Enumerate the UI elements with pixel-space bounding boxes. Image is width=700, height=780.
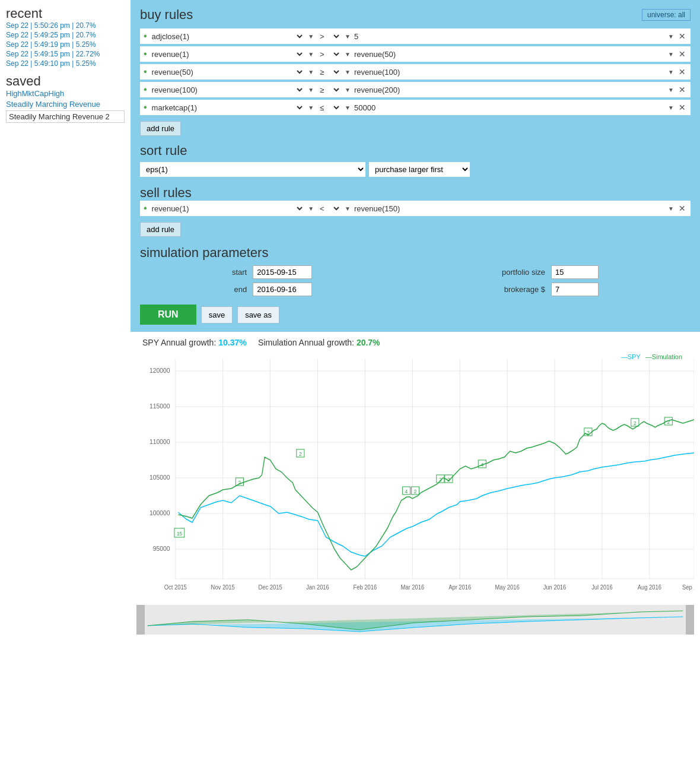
recent-item[interactable]: Sep 22 | 5:49:15 pm | 22.72% bbox=[6, 50, 125, 58]
rule-field-select[interactable]: revenue(1) bbox=[149, 49, 305, 59]
recent-item[interactable]: Sep 22 | 5:49:10 pm | 5.25% bbox=[6, 59, 125, 68]
rule-value-input[interactable] bbox=[354, 68, 664, 77]
scroll-left[interactable] bbox=[136, 605, 145, 635]
right-panel: buy rules universe: all • adjclose(1) ▼ … bbox=[131, 0, 700, 641]
start-input[interactable] bbox=[253, 265, 312, 279]
rule-dot: • bbox=[144, 203, 147, 214]
rule-field-select[interactable]: adjclose(1) bbox=[149, 31, 305, 42]
recent-item[interactable]: Sep 22 | 5:49:19 pm | 5.25% bbox=[6, 40, 125, 49]
brokerage-input[interactable] bbox=[551, 283, 599, 296]
rule-remove-button[interactable]: ✕ bbox=[677, 31, 687, 41]
recent-title: recent bbox=[6, 6, 125, 21]
chart-wrapper: —SPY —Simulation bbox=[136, 353, 694, 635]
rule-dot: • bbox=[144, 66, 147, 77]
buy-rules-title: buy rules bbox=[140, 7, 193, 23]
rule-op-dropdown[interactable]: ▼ bbox=[343, 69, 352, 75]
buy-rule-row: • marketcap(1) ▼ ≤ ▼ ▼ ✕ bbox=[140, 100, 691, 115]
rule-value-input[interactable] bbox=[354, 103, 664, 112]
scroll-right[interactable] bbox=[686, 605, 694, 635]
rule-dot: • bbox=[144, 102, 147, 113]
svg-text:Aug 2016: Aug 2016 bbox=[638, 584, 661, 591]
sim-grid: start portfolio size end brokerage $ bbox=[140, 265, 691, 296]
rule-remove-button[interactable]: ✕ bbox=[677, 67, 687, 77]
buy-rules-header: buy rules universe: all bbox=[140, 7, 691, 23]
rule-value-input[interactable] bbox=[354, 204, 664, 213]
mini-chart[interactable] bbox=[136, 605, 694, 635]
rule-field-dropdown[interactable]: ▼ bbox=[307, 33, 315, 40]
rule-remove-button[interactable]: ✕ bbox=[677, 204, 687, 213]
svg-text:Jul 2016: Jul 2016 bbox=[591, 584, 612, 591]
buy-rule-row: • revenue(50) ▼ ≥ ▼ ▼ ✕ bbox=[140, 64, 691, 80]
rule-value-dropdown[interactable]: ▼ bbox=[667, 87, 675, 93]
rule-field-dropdown[interactable]: ▼ bbox=[307, 69, 315, 75]
rule-value-dropdown[interactable]: ▼ bbox=[667, 69, 675, 75]
sell-section: sell rules • revenue(1) ▼ < ▼ ▼ ✕ add ru… bbox=[140, 185, 691, 237]
sell-add-rule-button[interactable]: add rule bbox=[140, 222, 181, 237]
rule-value-dropdown[interactable]: ▼ bbox=[667, 104, 675, 111]
saved-item[interactable]: Steadily Marching Revenue 2 bbox=[6, 110, 125, 123]
saved-item[interactable]: HighMktCapHigh bbox=[6, 89, 125, 98]
sim-growth-value: 20.7% bbox=[357, 338, 380, 347]
sim-section: simulation parameters start portfolio si… bbox=[140, 245, 691, 296]
chart-area: 120000 115000 110000 105000 100000 95000… bbox=[136, 353, 694, 603]
rule-value-dropdown[interactable]: ▼ bbox=[667, 51, 675, 58]
rule-field-dropdown[interactable]: ▼ bbox=[307, 205, 315, 212]
recent-items: Sep 22 | 5:50:26 pm | 20.7%Sep 22 | 5:49… bbox=[6, 21, 125, 68]
rule-field-select[interactable]: marketcap(1) bbox=[149, 103, 305, 113]
rule-op-select[interactable]: ≥ bbox=[317, 85, 341, 95]
end-input[interactable] bbox=[253, 283, 312, 296]
rule-value-dropdown[interactable]: ▼ bbox=[667, 205, 675, 212]
chart-svg: 120000 115000 110000 105000 100000 95000… bbox=[136, 353, 694, 603]
rule-field-dropdown[interactable]: ▼ bbox=[307, 104, 315, 111]
svg-text:Jun 2016: Jun 2016 bbox=[543, 584, 567, 591]
rule-op-select[interactable]: > bbox=[317, 49, 341, 59]
rule-field-dropdown[interactable]: ▼ bbox=[307, 87, 315, 93]
recent-item[interactable]: Sep 22 | 5:50:26 pm | 20.7% bbox=[6, 21, 125, 30]
rule-remove-button[interactable]: ✕ bbox=[677, 103, 687, 112]
rule-value-input[interactable] bbox=[354, 50, 664, 59]
rule-remove-button[interactable]: ✕ bbox=[677, 85, 687, 94]
rule-field-select[interactable]: revenue(100) bbox=[149, 85, 305, 95]
end-label: end bbox=[140, 285, 247, 294]
rule-op-select[interactable]: ≥ bbox=[317, 67, 341, 77]
rule-remove-button[interactable]: ✕ bbox=[677, 49, 687, 59]
rule-value-input[interactable] bbox=[354, 32, 664, 41]
portfolio-size-input[interactable] bbox=[551, 265, 599, 279]
svg-text:Apr 2016: Apr 2016 bbox=[448, 584, 471, 591]
sort-row: eps(1) purchase larger first bbox=[140, 162, 691, 177]
sort-order-select[interactable]: purchase larger first bbox=[369, 162, 470, 177]
action-buttons: RUN save save as bbox=[140, 305, 691, 325]
save-as-button[interactable]: save as bbox=[237, 306, 279, 324]
svg-text:Feb 2016: Feb 2016 bbox=[354, 584, 377, 591]
rule-op-select[interactable]: > bbox=[317, 31, 341, 42]
buy-rule-row: • adjclose(1) ▼ > ▼ ▼ ✕ bbox=[140, 28, 691, 44]
svg-text:Oct 2015: Oct 2015 bbox=[164, 584, 187, 591]
rule-op-dropdown[interactable]: ▼ bbox=[343, 33, 352, 40]
rule-field-select[interactable]: revenue(50) bbox=[149, 67, 305, 77]
rule-op-select[interactable]: < bbox=[317, 204, 341, 214]
svg-text:4: 4 bbox=[405, 489, 408, 494]
buy-add-rule-button[interactable]: add rule bbox=[140, 121, 181, 136]
run-button[interactable]: RUN bbox=[140, 305, 196, 325]
rule-value-dropdown[interactable]: ▼ bbox=[667, 33, 675, 40]
rule-op-dropdown[interactable]: ▼ bbox=[343, 87, 352, 93]
rule-dot: • bbox=[144, 84, 147, 95]
save-button[interactable]: save bbox=[201, 306, 233, 324]
mini-chart-svg bbox=[136, 605, 694, 635]
rule-field-dropdown[interactable]: ▼ bbox=[307, 51, 315, 58]
buy-rules-container: • adjclose(1) ▼ > ▼ ▼ ✕ • revenue(1) ▼ >… bbox=[140, 28, 691, 115]
rule-op-dropdown[interactable]: ▼ bbox=[343, 104, 352, 111]
rule-op-dropdown[interactable]: ▼ bbox=[343, 205, 352, 212]
universe-button[interactable]: universe: all bbox=[642, 9, 691, 21]
rule-field-select[interactable]: revenue(1) bbox=[149, 204, 305, 214]
saved-item[interactable]: Steadily Marching Revenue bbox=[6, 100, 125, 109]
rule-value-input[interactable] bbox=[354, 85, 664, 94]
brokerage-label: brokerage $ bbox=[410, 285, 545, 294]
sort-field-select[interactable]: eps(1) bbox=[140, 162, 365, 177]
svg-text:Sep 2016: Sep 2016 bbox=[682, 584, 694, 591]
recent-item[interactable]: Sep 22 | 5:49:25 pm | 20.7% bbox=[6, 31, 125, 39]
rule-op-select[interactable]: ≤ bbox=[317, 103, 341, 113]
rule-op-dropdown[interactable]: ▼ bbox=[343, 51, 352, 58]
sim-title: simulation parameters bbox=[140, 245, 691, 261]
start-label: start bbox=[140, 268, 247, 277]
